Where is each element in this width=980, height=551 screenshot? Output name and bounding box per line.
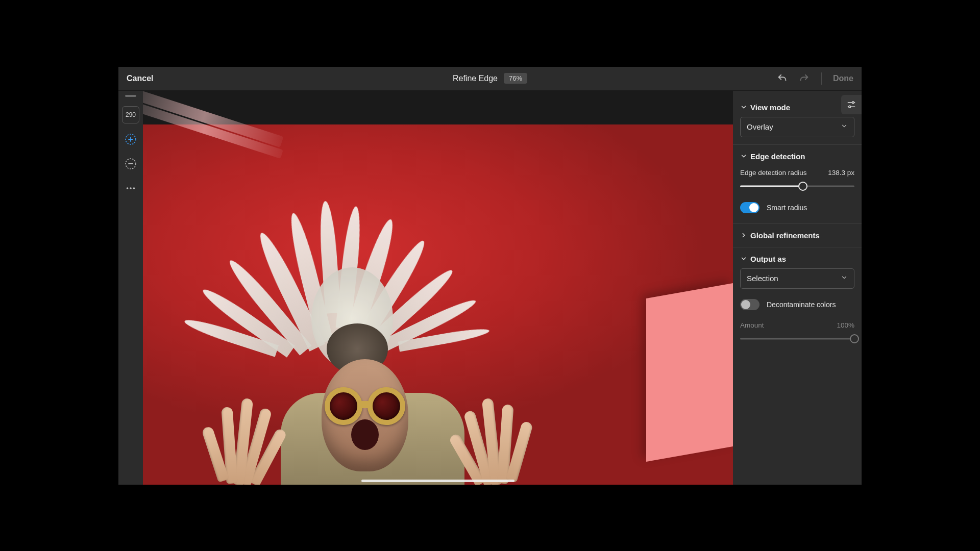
- view-mode-select[interactable]: Overlay: [740, 117, 854, 137]
- radius-value: 138.3 px: [828, 169, 854, 177]
- svg-point-3: [130, 187, 132, 189]
- chevron-right-icon: [740, 232, 747, 239]
- done-button[interactable]: Done: [833, 74, 853, 83]
- smart-radius-toggle[interactable]: [740, 202, 760, 213]
- section-edge-detection[interactable]: Edge detection: [740, 147, 854, 166]
- section-title: Edge detection: [750, 152, 805, 161]
- subject-face: [322, 359, 408, 471]
- output-select[interactable]: Selection: [740, 268, 854, 289]
- svg-point-2: [127, 187, 129, 189]
- left-toolbar: 290: [118, 91, 143, 485]
- redo-button[interactable]: [798, 72, 810, 85]
- subtract-selection-tool[interactable]: [122, 155, 139, 172]
- chevron-down-icon: [740, 153, 747, 160]
- amount-label: Amount: [740, 321, 764, 329]
- cancel-button[interactable]: Cancel: [127, 74, 153, 83]
- subject-hand-right: [455, 389, 535, 485]
- subject-hand-left: [200, 389, 280, 485]
- chevron-down-icon: [740, 104, 747, 111]
- sliders-icon: [846, 99, 856, 110]
- select-value: Overlay: [747, 122, 773, 131]
- decontaminate-label: Decontaminate colors: [767, 300, 836, 309]
- subject-hair: [179, 191, 505, 385]
- brush-size-chip[interactable]: 290: [122, 106, 139, 123]
- svg-point-6: [849, 106, 851, 108]
- home-indicator: [361, 480, 514, 482]
- decontaminate-toggle[interactable]: [740, 299, 760, 310]
- properties-panel: View mode Overlay Edge detection Edge de…: [733, 91, 862, 485]
- section-view-mode[interactable]: View mode: [740, 98, 854, 117]
- more-tools-button[interactable]: [122, 180, 139, 197]
- svg-point-5: [852, 102, 854, 104]
- section-title: View mode: [750, 103, 790, 112]
- radius-slider[interactable]: [740, 181, 854, 192]
- select-value: Selection: [747, 274, 778, 283]
- amount-slider[interactable]: [740, 333, 854, 344]
- canvas[interactable]: [143, 91, 733, 485]
- section-output[interactable]: Output as: [740, 249, 854, 268]
- chevron-down-icon: [841, 122, 848, 131]
- section-title: Output as: [750, 255, 786, 263]
- svg-point-4: [133, 187, 135, 189]
- chevron-down-icon: [841, 274, 848, 283]
- section-title: Global refinements: [750, 231, 820, 240]
- page-title: Refine Edge: [453, 74, 498, 83]
- grip-handle[interactable]: [125, 95, 136, 97]
- divider: [821, 72, 822, 85]
- panel-settings-button[interactable]: [841, 95, 862, 114]
- smart-radius-label: Smart radius: [767, 204, 807, 212]
- undo-button[interactable]: [776, 72, 789, 85]
- chevron-down-icon: [740, 255, 747, 262]
- section-global-refinements[interactable]: Global refinements: [740, 226, 854, 245]
- add-selection-tool[interactable]: [122, 131, 139, 148]
- radius-label: Edge detection radius: [740, 169, 807, 177]
- zoom-badge[interactable]: 76%: [504, 73, 527, 84]
- amount-value: 100%: [837, 321, 854, 329]
